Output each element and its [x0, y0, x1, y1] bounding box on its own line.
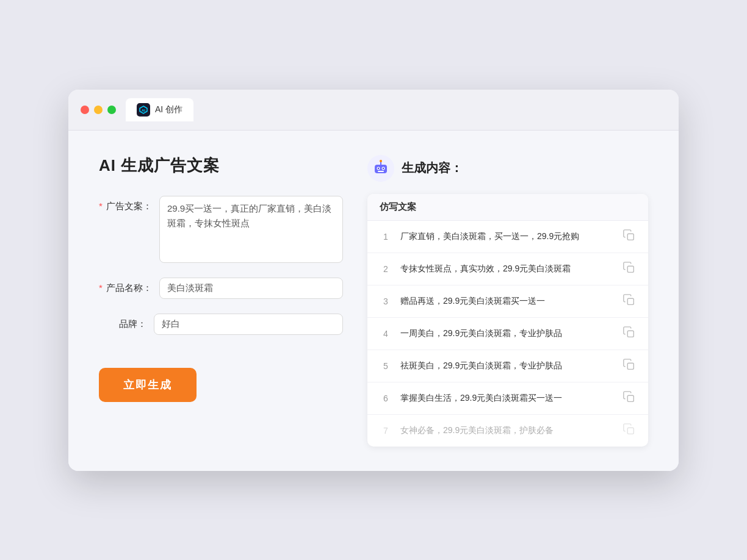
result-row: 1厂家直销，美白淡斑霜，买一送一，29.9元抢购: [367, 221, 648, 253]
result-header: 生成内容：: [367, 155, 648, 182]
row-number: 6: [380, 393, 392, 403]
svg-rect-12: [627, 266, 633, 272]
brand-input[interactable]: [154, 314, 343, 335]
copy-icon[interactable]: [622, 261, 636, 277]
form-row-product-name: * 产品名称：: [99, 278, 343, 299]
label-brand: 品牌：: [99, 314, 154, 330]
tab-label: AI 创作: [155, 104, 182, 115]
svg-rect-11: [627, 234, 633, 240]
row-number: 5: [380, 361, 392, 371]
row-text: 祛斑美白，29.9元美白淡斑霜，专业护肤品: [400, 359, 614, 372]
minimize-button[interactable]: [94, 106, 103, 114]
svg-rect-10: [378, 171, 384, 172]
svg-rect-17: [627, 428, 633, 434]
copy-icon[interactable]: [622, 390, 636, 406]
ai-tab-icon: AI: [137, 103, 150, 117]
svg-text:AI: AI: [142, 108, 145, 112]
row-text: 女神必备，29.9元美白淡斑霜，护肤必备: [400, 424, 614, 437]
form-row-ad-copy: * 广告文案： 29.9买一送一，真正的厂家直销，美白淡斑霜，专抹女性斑点: [99, 196, 343, 263]
svg-rect-13: [627, 298, 633, 304]
result-title: 生成内容：: [402, 160, 463, 176]
product-name-input[interactable]: [159, 278, 343, 299]
row-text: 专抹女性斑点，真实功效，29.9元美白淡斑霜: [400, 262, 614, 275]
result-row: 7女神必备，29.9元美白淡斑霜，护肤必备: [367, 415, 648, 447]
copy-icon[interactable]: [622, 229, 636, 245]
robot-icon: [367, 155, 394, 182]
copy-icon[interactable]: [622, 358, 636, 374]
row-text: 一周美白，29.9元美白淡斑霜，专业护肤品: [400, 327, 614, 340]
row-text: 掌握美白生活，29.9元美白淡斑霜买一送一: [400, 392, 614, 404]
result-rows-container: 1厂家直销，美白淡斑霜，买一送一，29.9元抢购 2专抹女性斑点，真实功效，29…: [367, 221, 648, 447]
row-number: 4: [380, 329, 392, 339]
right-panel: 生成内容： 仿写文案 1厂家直销，美白淡斑霜，买一送一，29.9元抢购 2专抹女…: [367, 155, 648, 447]
svg-rect-16: [627, 395, 633, 401]
svg-rect-15: [627, 363, 633, 369]
copy-icon[interactable]: [622, 326, 636, 342]
result-row: 6掌握美白生活，29.9元美白淡斑霜买一送一: [367, 382, 648, 415]
page-title: AI 生成广告文案: [99, 155, 343, 176]
row-number: 2: [380, 264, 392, 274]
required-star-2: *: [99, 282, 103, 293]
traffic-lights: [81, 106, 116, 114]
svg-rect-14: [627, 331, 633, 337]
result-row: 3赠品再送，29.9元美白淡斑霜买一送一: [367, 285, 648, 318]
svg-point-9: [380, 160, 382, 162]
result-table: 仿写文案 1厂家直销，美白淡斑霜，买一送一，29.9元抢购 2专抹女性斑点，真实…: [367, 194, 648, 447]
result-row: 4一周美白，29.9元美白淡斑霜，专业护肤品: [367, 318, 648, 350]
svg-point-7: [383, 167, 384, 168]
label-product-name: * 产品名称：: [99, 278, 159, 294]
copy-icon[interactable]: [622, 293, 636, 309]
close-button[interactable]: [81, 106, 89, 114]
tab-ai-create[interactable]: AI AI 创作: [126, 98, 193, 121]
row-number: 1: [380, 232, 392, 242]
result-row: 2专抹女性斑点，真实功效，29.9元美白淡斑霜: [367, 253, 648, 285]
label-ad-copy: * 广告文案：: [99, 196, 159, 212]
left-panel: AI 生成广告文案 * 广告文案： 29.9买一送一，真正的厂家直销，美白淡斑霜…: [99, 155, 343, 447]
row-text: 厂家直销，美白淡斑霜，买一送一，29.9元抢购: [400, 230, 614, 243]
svg-point-6: [378, 167, 379, 168]
copy-icon[interactable]: [622, 423, 636, 439]
ad-copy-input[interactable]: 29.9买一送一，真正的厂家直销，美白淡斑霜，专抹女性斑点: [159, 196, 343, 263]
row-number: 7: [380, 426, 392, 436]
required-star-1: *: [99, 201, 103, 211]
result-table-header: 仿写文案: [367, 194, 648, 221]
row-text: 赠品再送，29.9元美白淡斑霜买一送一: [400, 295, 614, 307]
maximize-button[interactable]: [107, 106, 116, 114]
form-row-brand: 品牌：: [99, 314, 343, 335]
browser-window: AI AI 创作 AI 生成广告文案 * 广告文案： 29.9买一送一，真正的厂…: [68, 90, 679, 471]
main-layout: AI 生成广告文案 * 广告文案： 29.9买一送一，真正的厂家直销，美白淡斑霜…: [99, 155, 648, 447]
row-number: 3: [380, 296, 392, 306]
browser-content: AI 生成广告文案 * 广告文案： 29.9买一送一，真正的厂家直销，美白淡斑霜…: [68, 131, 679, 471]
result-row: 5祛斑美白，29.9元美白淡斑霜，专业护肤品: [367, 350, 648, 382]
generate-button[interactable]: 立即生成: [99, 368, 197, 402]
browser-titlebar: AI AI 创作: [68, 90, 679, 131]
